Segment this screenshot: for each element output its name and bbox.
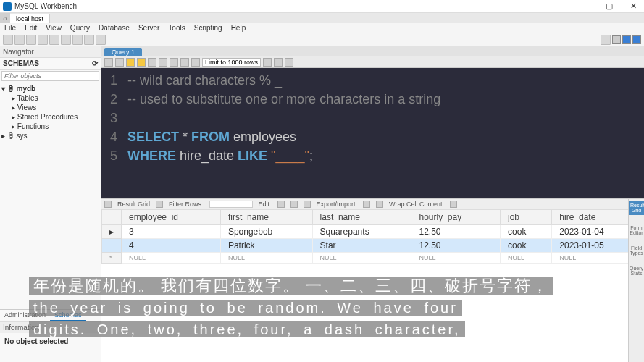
menu-query[interactable]: Query [70,24,90,32]
new-sql-icon[interactable] [3,35,13,45]
results-panel: Result Grid Filter Rows: Edit: Export/Im… [101,198,644,362]
tree-db[interactable]: ▾ 🛢 mydb [1,84,99,93]
schema-tree: ▾ 🛢 mydb ▸ Tables ▸ Views ▸ Stored Proce… [0,83,101,309]
tree-views[interactable]: ▸ Views [1,103,99,112]
tab-schemas[interactable]: Schemas [50,310,86,321]
execute-step-icon[interactable] [137,58,146,67]
wrap-icon[interactable] [450,201,457,208]
tb-icon[interactable] [96,35,106,45]
query-toolbar: Limit to 1000 rows [101,56,644,68]
menu-scripting[interactable]: Scripting [194,24,222,32]
refresh-icon[interactable]: ⟳ [92,59,98,67]
panel-toggle[interactable] [622,35,631,44]
panel-toggle[interactable] [612,35,621,44]
window-titlebar: MySQL Workbench — ▢ ✕ [0,0,644,13]
menu-database[interactable]: Database [99,24,130,32]
menu-bar: File Edit View Query Database Server Too… [0,23,644,33]
menu-view[interactable]: View [46,24,62,32]
sp-form-editor[interactable]: Form Editor [629,225,644,235]
filter-rows-label: Filter Rows: [169,201,204,208]
edit-icon[interactable] [277,201,285,208]
tb-icon[interactable] [170,58,178,67]
tb-icon[interactable] [180,58,189,67]
connection-tabs: ⌂ local host [0,13,644,23]
execute-icon[interactable] [126,58,135,67]
close-button[interactable]: ✕ [626,1,641,11]
sp-result-grid[interactable]: Result Grid [629,201,644,215]
grid-icon[interactable] [104,201,112,208]
export-icon[interactable] [363,201,370,208]
navigator-sidebar: Navigator SCHEMAS ⟳ ▾ 🛢 mydb ▸ Tables ▸ … [0,46,101,362]
schemas-header: SCHEMAS ⟳ [0,58,101,70]
col-job[interactable]: job [501,210,552,225]
col-first-name[interactable]: first_name [220,210,312,225]
save-icon[interactable] [115,58,124,67]
tb-icon[interactable] [263,58,272,67]
app-icon [3,2,12,11]
sql-editor[interactable]: 1-- wild card characters % _ 2-- used to… [101,68,644,198]
stop-icon[interactable] [159,58,167,67]
tb-icon[interactable] [72,35,83,45]
connection-tab[interactable]: local host [10,14,50,23]
maximize-button[interactable]: ▢ [601,1,617,11]
panel-toggle[interactable] [632,35,641,44]
explain-icon[interactable] [148,58,156,67]
result-side-panel: Result Grid Form Editor Field Types Quer… [628,199,644,362]
query-tabs: Query 1 [101,46,644,56]
wrap-label: Wrap Cell Content: [389,201,444,208]
menu-tools[interactable]: Tools [168,24,185,32]
tab-admin[interactable]: Administration [0,310,50,321]
minimize-button[interactable]: — [576,1,593,11]
header-row: employee_id first_name last_name hourly_… [102,210,644,225]
tree-tables[interactable]: ▸ Tables [1,93,99,103]
tree-sp[interactable]: ▸ Stored Procedures [1,112,99,122]
sp-query-stats[interactable]: Query Stats [629,266,644,276]
editor-area: Query 1 Limit to 1000 rows 1-- wild card… [101,46,644,362]
edit-label: Edit: [259,201,272,208]
result-grid-label: Result Grid [117,201,150,208]
tb-icon[interactable] [285,58,293,67]
tb-icon[interactable] [38,35,48,45]
info-body: No object selected [0,333,101,362]
export-label: Export/Import: [317,201,358,208]
table-row[interactable]: 4PatrickStar12.50cook2023-01-05 [102,239,644,253]
tree-sys[interactable]: ▸ 🛢 sys [1,131,99,140]
edit-icon[interactable] [304,201,311,208]
menu-help[interactable]: Help [231,24,246,32]
main-toolbar [0,33,644,46]
sp-field-types[interactable]: Field Types [629,245,644,256]
col-hourly-pay[interactable]: hourly_pay [411,210,501,225]
menu-file[interactable]: File [4,24,16,32]
tb-icon[interactable] [274,58,283,67]
open-sql-icon[interactable] [14,35,25,45]
info-header: Information [0,321,101,333]
table-row-new[interactable]: * NULLNULLNULLNULLNULLNULL [102,253,644,264]
tb-icon[interactable] [601,35,611,45]
col-last-name[interactable]: last_name [312,210,411,225]
tb-icon[interactable] [84,35,94,45]
edit-icon[interactable] [290,201,298,208]
home-icon[interactable]: ⌂ [0,13,10,23]
query-tab[interactable]: Query 1 [104,48,142,56]
import-icon[interactable] [376,201,383,208]
filter-rows-input[interactable] [209,201,253,208]
sidebar-tabs: Administration Schemas [0,309,101,321]
open-icon[interactable] [104,58,113,67]
result-grid[interactable]: employee_id first_name last_name hourly_… [101,209,644,264]
tb-icon[interactable] [49,35,59,45]
tb-icon[interactable] [26,35,36,45]
filter-icon[interactable] [156,201,163,208]
window-title: MySQL Workbench [14,2,77,10]
filter-input[interactable] [1,71,99,81]
menu-edit[interactable]: Edit [25,24,37,32]
schemas-label: SCHEMAS [3,59,39,67]
tree-func[interactable]: ▸ Functions [1,122,99,131]
result-toolbar: Result Grid Filter Rows: Edit: Export/Im… [101,199,644,209]
tb-icon[interactable] [191,58,200,67]
menu-server[interactable]: Server [138,24,159,32]
limit-select[interactable]: Limit to 1000 rows [202,58,261,67]
navigator-title: Navigator [0,46,101,58]
col-employee-id[interactable]: employee_id [122,210,221,225]
table-row[interactable]: ▸ 3SpongebobSquarepants12.50cook2023-01-… [102,225,644,239]
tb-icon[interactable] [61,35,71,45]
